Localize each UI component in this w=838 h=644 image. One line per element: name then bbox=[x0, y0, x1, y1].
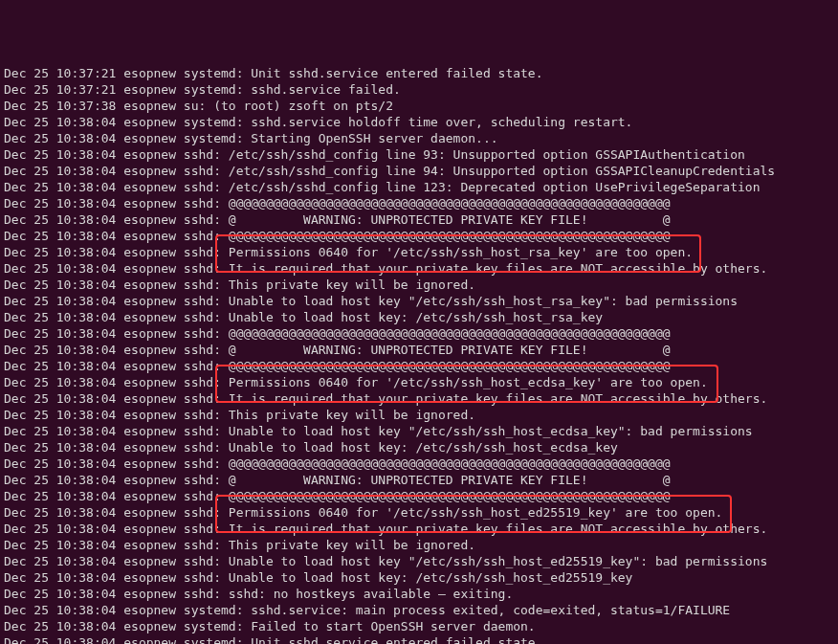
log-line: Dec 25 10:38:04 esopnew sshd: @ WARNING:… bbox=[4, 472, 834, 488]
log-line: Dec 25 10:38:04 esopnew sshd: Unable to … bbox=[4, 423, 834, 439]
log-line: Dec 25 10:38:04 esopnew sshd: This priva… bbox=[4, 537, 834, 553]
log-line: Dec 25 10:38:04 esopnew sshd: This priva… bbox=[4, 407, 834, 423]
log-line: Dec 25 10:38:04 esopnew sshd: It is requ… bbox=[4, 260, 834, 277]
log-line: Dec 25 10:38:04 esopnew sshd: Unable to … bbox=[4, 293, 834, 309]
log-line: Dec 25 10:38:04 esopnew sshd: /etc/ssh/s… bbox=[4, 179, 834, 195]
log-line: Dec 25 10:38:04 esopnew sshd: @@@@@@@@@@… bbox=[4, 228, 834, 244]
terminal-output: Dec 25 10:37:21 esopnew systemd: Unit ss… bbox=[0, 65, 838, 644]
log-line: Dec 25 10:38:04 esopnew sshd: @@@@@@@@@@… bbox=[4, 455, 834, 472]
log-line: Dec 25 10:38:04 esopnew sshd: Permission… bbox=[4, 504, 834, 521]
log-line: Dec 25 10:38:04 esopnew sshd: @@@@@@@@@@… bbox=[4, 195, 834, 211]
log-line: Dec 25 10:38:04 esopnew sshd: Permission… bbox=[4, 244, 834, 260]
log-line: Dec 25 10:38:04 esopnew sshd: /etc/ssh/s… bbox=[4, 163, 834, 179]
log-line: Dec 25 10:37:21 esopnew systemd: sshd.se… bbox=[4, 81, 834, 98]
log-line: Dec 25 10:38:04 esopnew sshd: @@@@@@@@@@… bbox=[4, 488, 834, 504]
log-line: Dec 25 10:38:04 esopnew systemd: sshd.se… bbox=[4, 114, 834, 130]
log-line: Dec 25 10:38:04 esopnew sshd: @@@@@@@@@@… bbox=[4, 358, 834, 374]
log-line: Dec 25 10:38:04 esopnew sshd: /etc/ssh/s… bbox=[4, 146, 834, 163]
log-line: Dec 25 10:38:04 esopnew sshd: @@@@@@@@@@… bbox=[4, 325, 834, 342]
log-line: Dec 25 10:38:04 esopnew sshd: Unable to … bbox=[4, 439, 834, 455]
log-line: Dec 25 10:37:38 esopnew su: (to root) zs… bbox=[4, 98, 834, 114]
log-line: Dec 25 10:38:04 esopnew sshd: Unable to … bbox=[4, 569, 834, 586]
log-line: Dec 25 10:38:04 esopnew sshd: Unable to … bbox=[4, 553, 834, 569]
log-line: Dec 25 10:38:04 esopnew sshd: Unable to … bbox=[4, 309, 834, 325]
log-line: Dec 25 10:38:04 esopnew systemd: Failed … bbox=[4, 618, 834, 634]
log-line: Dec 25 10:38:04 esopnew sshd: @ WARNING:… bbox=[4, 342, 834, 358]
log-line: Dec 25 10:38:04 esopnew systemd: sshd.se… bbox=[4, 602, 834, 618]
log-line: Dec 25 10:38:04 esopnew sshd: It is requ… bbox=[4, 390, 834, 407]
log-line: Dec 25 10:38:04 esopnew systemd: Startin… bbox=[4, 130, 834, 146]
log-line: Dec 25 10:38:04 esopnew sshd: It is requ… bbox=[4, 521, 834, 537]
log-line: Dec 25 10:38:04 esopnew sshd: This priva… bbox=[4, 277, 834, 293]
log-line: Dec 25 10:38:04 esopnew systemd: Unit ss… bbox=[4, 634, 834, 644]
log-line: Dec 25 10:38:04 esopnew sshd: Permission… bbox=[4, 374, 834, 390]
log-line: Dec 25 10:38:04 esopnew sshd: sshd: no h… bbox=[4, 586, 834, 602]
log-line: Dec 25 10:38:04 esopnew sshd: @ WARNING:… bbox=[4, 211, 834, 228]
log-line: Dec 25 10:37:21 esopnew systemd: Unit ss… bbox=[4, 65, 834, 81]
